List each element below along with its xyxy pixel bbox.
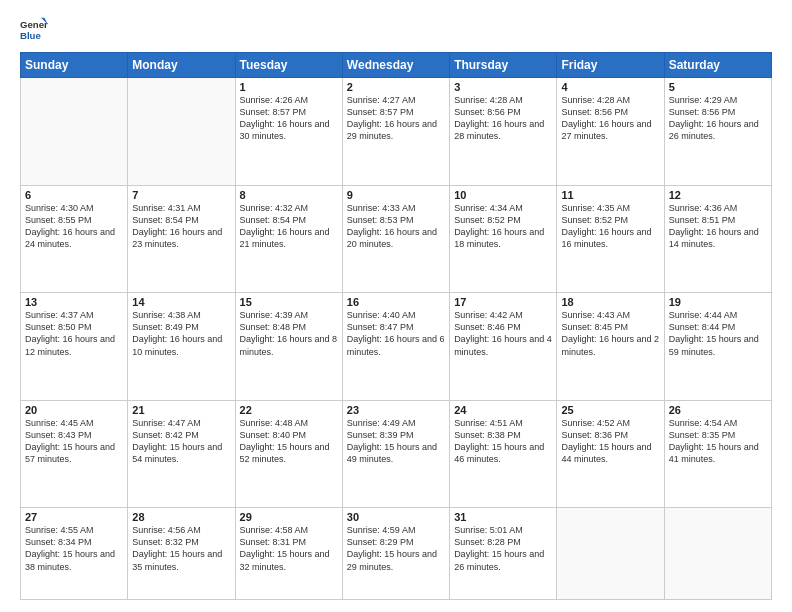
day-number: 18 — [561, 296, 659, 308]
day-info: Sunrise: 4:45 AM Sunset: 8:43 PM Dayligh… — [25, 417, 123, 466]
day-info: Sunrise: 4:36 AM Sunset: 8:51 PM Dayligh… — [669, 202, 767, 251]
calendar-cell: 5Sunrise: 4:29 AM Sunset: 8:56 PM Daylig… — [664, 78, 771, 186]
day-number: 12 — [669, 189, 767, 201]
header: General Blue — [20, 16, 772, 44]
calendar-cell: 1Sunrise: 4:26 AM Sunset: 8:57 PM Daylig… — [235, 78, 342, 186]
calendar-header-friday: Friday — [557, 53, 664, 78]
day-info: Sunrise: 4:38 AM Sunset: 8:49 PM Dayligh… — [132, 309, 230, 358]
day-number: 17 — [454, 296, 552, 308]
calendar-cell: 20Sunrise: 4:45 AM Sunset: 8:43 PM Dayli… — [21, 400, 128, 508]
day-number: 5 — [669, 81, 767, 93]
day-number: 3 — [454, 81, 552, 93]
day-number: 9 — [347, 189, 445, 201]
day-info: Sunrise: 4:48 AM Sunset: 8:40 PM Dayligh… — [240, 417, 338, 466]
day-info: Sunrise: 4:33 AM Sunset: 8:53 PM Dayligh… — [347, 202, 445, 251]
day-number: 15 — [240, 296, 338, 308]
day-number: 16 — [347, 296, 445, 308]
calendar-cell: 29Sunrise: 4:58 AM Sunset: 8:31 PM Dayli… — [235, 508, 342, 600]
day-number: 20 — [25, 404, 123, 416]
svg-text:General: General — [20, 19, 48, 30]
calendar-cell: 10Sunrise: 4:34 AM Sunset: 8:52 PM Dayli… — [450, 185, 557, 293]
svg-text:Blue: Blue — [20, 30, 41, 41]
day-number: 19 — [669, 296, 767, 308]
day-number: 8 — [240, 189, 338, 201]
calendar-cell: 14Sunrise: 4:38 AM Sunset: 8:49 PM Dayli… — [128, 293, 235, 401]
calendar-cell: 22Sunrise: 4:48 AM Sunset: 8:40 PM Dayli… — [235, 400, 342, 508]
day-info: Sunrise: 4:58 AM Sunset: 8:31 PM Dayligh… — [240, 524, 338, 573]
calendar-cell: 16Sunrise: 4:40 AM Sunset: 8:47 PM Dayli… — [342, 293, 449, 401]
day-info: Sunrise: 4:54 AM Sunset: 8:35 PM Dayligh… — [669, 417, 767, 466]
logo: General Blue — [20, 16, 48, 44]
calendar-cell: 15Sunrise: 4:39 AM Sunset: 8:48 PM Dayli… — [235, 293, 342, 401]
calendar-cell: 19Sunrise: 4:44 AM Sunset: 8:44 PM Dayli… — [664, 293, 771, 401]
calendar-header-wednesday: Wednesday — [342, 53, 449, 78]
calendar-cell: 4Sunrise: 4:28 AM Sunset: 8:56 PM Daylig… — [557, 78, 664, 186]
day-number: 7 — [132, 189, 230, 201]
day-info: Sunrise: 4:44 AM Sunset: 8:44 PM Dayligh… — [669, 309, 767, 358]
day-info: Sunrise: 4:37 AM Sunset: 8:50 PM Dayligh… — [25, 309, 123, 358]
day-info: Sunrise: 4:40 AM Sunset: 8:47 PM Dayligh… — [347, 309, 445, 358]
day-info: Sunrise: 4:28 AM Sunset: 8:56 PM Dayligh… — [454, 94, 552, 143]
day-number: 22 — [240, 404, 338, 416]
day-info: Sunrise: 4:43 AM Sunset: 8:45 PM Dayligh… — [561, 309, 659, 358]
calendar-cell — [557, 508, 664, 600]
calendar-week-4: 20Sunrise: 4:45 AM Sunset: 8:43 PM Dayli… — [21, 400, 772, 508]
day-info: Sunrise: 4:49 AM Sunset: 8:39 PM Dayligh… — [347, 417, 445, 466]
calendar-cell: 17Sunrise: 4:42 AM Sunset: 8:46 PM Dayli… — [450, 293, 557, 401]
day-number: 10 — [454, 189, 552, 201]
calendar-week-1: 1Sunrise: 4:26 AM Sunset: 8:57 PM Daylig… — [21, 78, 772, 186]
day-info: Sunrise: 4:39 AM Sunset: 8:48 PM Dayligh… — [240, 309, 338, 358]
day-info: Sunrise: 4:28 AM Sunset: 8:56 PM Dayligh… — [561, 94, 659, 143]
day-number: 4 — [561, 81, 659, 93]
day-info: Sunrise: 4:51 AM Sunset: 8:38 PM Dayligh… — [454, 417, 552, 466]
calendar-cell: 6Sunrise: 4:30 AM Sunset: 8:55 PM Daylig… — [21, 185, 128, 293]
calendar-header-sunday: Sunday — [21, 53, 128, 78]
day-info: Sunrise: 4:29 AM Sunset: 8:56 PM Dayligh… — [669, 94, 767, 143]
calendar-header-tuesday: Tuesday — [235, 53, 342, 78]
day-info: Sunrise: 4:30 AM Sunset: 8:55 PM Dayligh… — [25, 202, 123, 251]
day-info: Sunrise: 4:26 AM Sunset: 8:57 PM Dayligh… — [240, 94, 338, 143]
day-info: Sunrise: 4:42 AM Sunset: 8:46 PM Dayligh… — [454, 309, 552, 358]
calendar-cell: 3Sunrise: 4:28 AM Sunset: 8:56 PM Daylig… — [450, 78, 557, 186]
day-number: 23 — [347, 404, 445, 416]
calendar-table: SundayMondayTuesdayWednesdayThursdayFrid… — [20, 52, 772, 600]
day-number: 31 — [454, 511, 552, 523]
day-number: 6 — [25, 189, 123, 201]
day-number: 13 — [25, 296, 123, 308]
calendar-cell: 26Sunrise: 4:54 AM Sunset: 8:35 PM Dayli… — [664, 400, 771, 508]
calendar-cell: 11Sunrise: 4:35 AM Sunset: 8:52 PM Dayli… — [557, 185, 664, 293]
calendar-cell — [664, 508, 771, 600]
calendar-cell: 24Sunrise: 4:51 AM Sunset: 8:38 PM Dayli… — [450, 400, 557, 508]
day-number: 26 — [669, 404, 767, 416]
calendar-cell: 31Sunrise: 5:01 AM Sunset: 8:28 PM Dayli… — [450, 508, 557, 600]
day-number: 29 — [240, 511, 338, 523]
calendar-header-saturday: Saturday — [664, 53, 771, 78]
calendar-cell: 7Sunrise: 4:31 AM Sunset: 8:54 PM Daylig… — [128, 185, 235, 293]
calendar-week-2: 6Sunrise: 4:30 AM Sunset: 8:55 PM Daylig… — [21, 185, 772, 293]
day-number: 25 — [561, 404, 659, 416]
calendar-cell: 30Sunrise: 4:59 AM Sunset: 8:29 PM Dayli… — [342, 508, 449, 600]
day-number: 1 — [240, 81, 338, 93]
day-info: Sunrise: 4:52 AM Sunset: 8:36 PM Dayligh… — [561, 417, 659, 466]
calendar-cell: 27Sunrise: 4:55 AM Sunset: 8:34 PM Dayli… — [21, 508, 128, 600]
calendar-header-thursday: Thursday — [450, 53, 557, 78]
day-number: 21 — [132, 404, 230, 416]
calendar-cell: 13Sunrise: 4:37 AM Sunset: 8:50 PM Dayli… — [21, 293, 128, 401]
day-number: 28 — [132, 511, 230, 523]
calendar-cell: 12Sunrise: 4:36 AM Sunset: 8:51 PM Dayli… — [664, 185, 771, 293]
day-info: Sunrise: 4:34 AM Sunset: 8:52 PM Dayligh… — [454, 202, 552, 251]
calendar-header-row: SundayMondayTuesdayWednesdayThursdayFrid… — [21, 53, 772, 78]
calendar-cell: 2Sunrise: 4:27 AM Sunset: 8:57 PM Daylig… — [342, 78, 449, 186]
day-number: 27 — [25, 511, 123, 523]
day-info: Sunrise: 4:35 AM Sunset: 8:52 PM Dayligh… — [561, 202, 659, 251]
calendar-cell — [128, 78, 235, 186]
calendar-cell: 21Sunrise: 4:47 AM Sunset: 8:42 PM Dayli… — [128, 400, 235, 508]
day-number: 14 — [132, 296, 230, 308]
day-info: Sunrise: 4:47 AM Sunset: 8:42 PM Dayligh… — [132, 417, 230, 466]
day-number: 11 — [561, 189, 659, 201]
calendar-cell: 25Sunrise: 4:52 AM Sunset: 8:36 PM Dayli… — [557, 400, 664, 508]
day-info: Sunrise: 4:55 AM Sunset: 8:34 PM Dayligh… — [25, 524, 123, 573]
day-info: Sunrise: 4:56 AM Sunset: 8:32 PM Dayligh… — [132, 524, 230, 573]
day-number: 2 — [347, 81, 445, 93]
day-info: Sunrise: 5:01 AM Sunset: 8:28 PM Dayligh… — [454, 524, 552, 573]
